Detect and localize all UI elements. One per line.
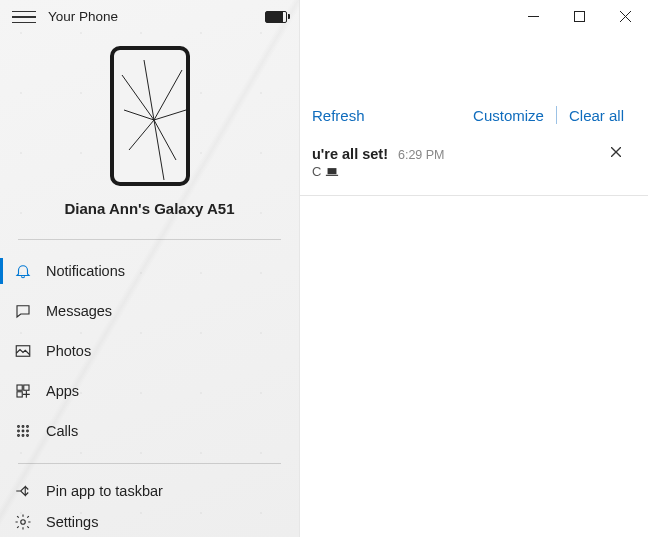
pin-to-taskbar[interactable]: Pin app to taskbar	[0, 476, 299, 506]
sidebar-item-messages[interactable]: Messages	[0, 291, 299, 331]
sidebar-item-calls[interactable]: Calls	[0, 411, 299, 451]
sidebar-item-label: Photos	[46, 343, 91, 359]
svg-point-21	[21, 520, 26, 525]
sidebar-item-label: Messages	[46, 303, 112, 319]
sidebar-item-label: Calls	[46, 423, 78, 439]
svg-point-16	[22, 430, 24, 432]
footer-item-label: Settings	[46, 514, 98, 530]
clear-all-link[interactable]: Clear all	[569, 107, 624, 124]
svg-rect-10	[24, 385, 29, 390]
svg-line-0	[122, 75, 154, 120]
phone-frame-icon[interactable]	[110, 46, 190, 186]
sidebar: Your Phone Diana Ann's Galaxy A51	[0, 0, 300, 537]
device-name: Diana Ann's Galaxy A51	[64, 200, 234, 217]
divider	[556, 106, 557, 124]
divider	[18, 239, 281, 240]
bell-icon	[14, 262, 32, 280]
svg-line-6	[124, 110, 154, 120]
svg-point-14	[27, 426, 29, 428]
dialpad-icon	[14, 422, 32, 440]
notification-title: u're all set!	[312, 146, 388, 162]
svg-rect-26	[328, 168, 337, 174]
svg-point-20	[27, 435, 29, 437]
notification-time: 6:29 PM	[398, 148, 445, 162]
notification-subtitle: C	[312, 164, 445, 179]
svg-point-12	[18, 426, 20, 428]
notification-item[interactable]: u're all set! 6:29 PM C	[300, 140, 648, 195]
sidebar-item-label: Notifications	[46, 263, 125, 279]
svg-rect-27	[326, 174, 338, 175]
svg-point-17	[27, 430, 29, 432]
divider	[18, 463, 281, 464]
sidebar-item-label: Apps	[46, 383, 79, 399]
svg-rect-23	[574, 11, 584, 21]
battery-icon	[265, 11, 287, 23]
svg-point-13	[22, 426, 24, 428]
sidebar-item-photos[interactable]: Photos	[0, 331, 299, 371]
divider	[300, 195, 648, 196]
device-preview: Diana Ann's Galaxy A51	[0, 34, 299, 227]
app-title: Your Phone	[48, 9, 118, 24]
customize-link[interactable]: Customize	[473, 107, 544, 124]
pin-icon	[14, 482, 32, 500]
svg-point-19	[22, 435, 24, 437]
menu-icon[interactable]	[12, 5, 36, 29]
footer-item-label: Pin app to taskbar	[46, 483, 163, 499]
svg-point-18	[18, 435, 20, 437]
refresh-link[interactable]: Refresh	[312, 107, 365, 124]
sidebar-top-bar: Your Phone	[0, 0, 299, 34]
sidebar-item-settings[interactable]: Settings	[0, 507, 299, 537]
window-title-bar	[300, 0, 648, 36]
notifications-action-row: Refresh Customize Clear all	[300, 106, 648, 140]
gear-icon	[14, 513, 32, 531]
svg-line-5	[144, 60, 154, 120]
nav-list: Notifications Messages Photos Apps	[0, 251, 299, 451]
close-button[interactable]	[602, 0, 648, 32]
chat-icon	[14, 302, 32, 320]
svg-point-15	[18, 430, 20, 432]
laptop-icon	[325, 167, 339, 177]
svg-line-2	[129, 120, 154, 150]
maximize-button[interactable]	[556, 0, 602, 32]
main-content: Refresh Customize Clear all u're all set…	[300, 0, 648, 537]
sidebar-item-notifications[interactable]: Notifications	[0, 251, 299, 291]
dismiss-notification-button[interactable]	[606, 142, 626, 162]
photo-icon	[14, 342, 32, 360]
svg-rect-11	[17, 392, 22, 397]
apps-icon	[14, 382, 32, 400]
minimize-button[interactable]	[510, 0, 556, 32]
svg-rect-9	[17, 385, 22, 390]
sidebar-item-apps[interactable]: Apps	[0, 371, 299, 411]
